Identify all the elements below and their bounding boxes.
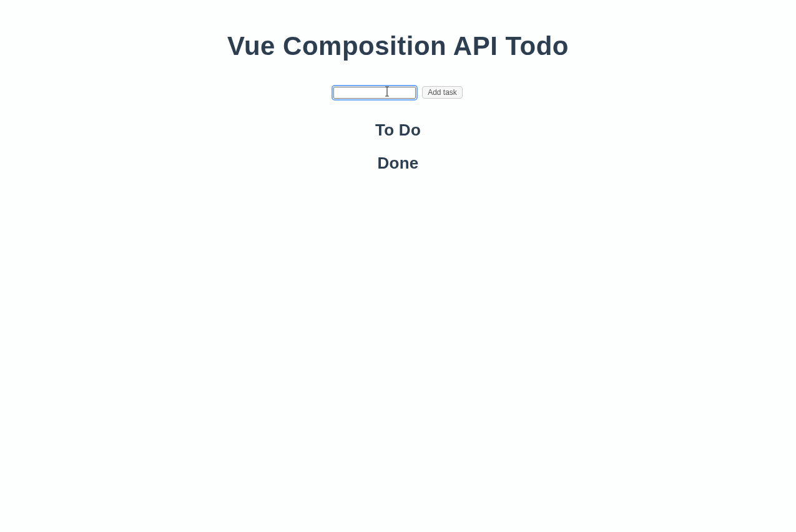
task-input[interactable]: [333, 87, 416, 99]
add-task-button[interactable]: Add task: [422, 86, 463, 99]
add-task-form: Add task: [0, 86, 796, 99]
todo-section-heading: To Do: [0, 121, 796, 140]
done-section-heading: Done: [0, 154, 796, 173]
page-title: Vue Composition API Todo: [0, 31, 796, 61]
app-container: Vue Composition API Todo Add task To Do …: [0, 0, 796, 173]
